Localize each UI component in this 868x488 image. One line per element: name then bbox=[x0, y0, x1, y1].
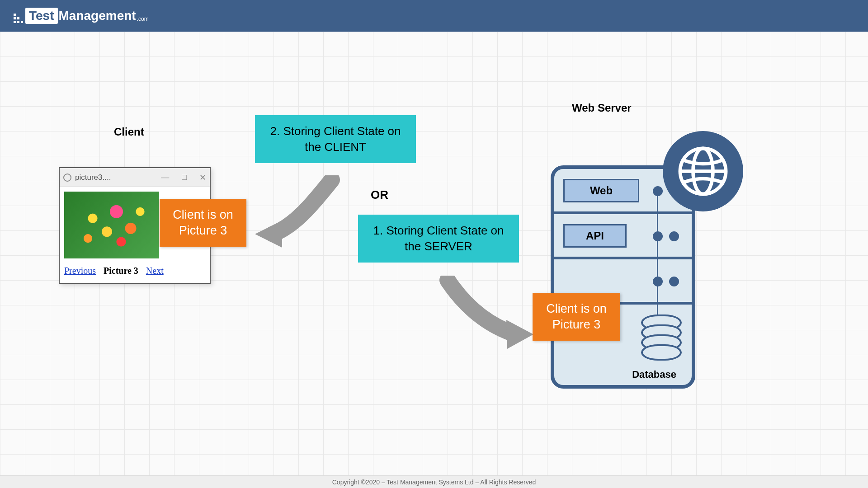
logo-test: Test bbox=[25, 8, 58, 24]
tab-title: picture3.... bbox=[75, 173, 111, 182]
server-stack: Web API Database bbox=[551, 145, 703, 389]
client-label: Client bbox=[114, 126, 144, 138]
store-on-server-callout: 1. Storing Client State on the SERVER bbox=[358, 215, 519, 263]
database-label: Database bbox=[632, 369, 676, 380]
close-icon[interactable]: ✕ bbox=[199, 173, 206, 183]
flower-image bbox=[64, 192, 159, 258]
svg-marker-0 bbox=[255, 221, 282, 248]
logo-mgmt: Management bbox=[59, 9, 136, 23]
logo-com: .com bbox=[137, 16, 149, 22]
browser-titlebar: picture3.... — □ ✕ bbox=[60, 168, 210, 187]
current-picture-label: Picture 3 bbox=[104, 266, 138, 276]
footer-copyright: Copyright ©2020 – Test Management System… bbox=[0, 475, 868, 488]
web-server-label: Web Server bbox=[572, 102, 632, 114]
previous-link[interactable]: Previous bbox=[64, 266, 96, 276]
header-bar: Test Management .com bbox=[0, 0, 868, 32]
brand-logo: Test Management .com bbox=[14, 8, 149, 24]
logo-dots-icon bbox=[14, 9, 24, 23]
globe-small-icon bbox=[63, 174, 71, 182]
client-state-box: Client is on Picture 3 bbox=[160, 199, 246, 247]
arrow-to-server-icon bbox=[439, 276, 547, 366]
web-module: Web bbox=[563, 179, 639, 202]
minimize-icon[interactable]: — bbox=[161, 173, 169, 183]
api-module: API bbox=[563, 224, 627, 248]
server-slot-api: API bbox=[554, 214, 692, 259]
arrow-to-client-icon bbox=[250, 175, 350, 266]
diagram-canvas: Client Web Server picture3.... — □ ✕ Pre… bbox=[0, 32, 868, 488]
image-nav-row: Previous Picture 3 Next bbox=[64, 266, 205, 276]
or-label: OR bbox=[371, 188, 388, 202]
server-state-box: Client is on Picture 3 bbox=[533, 293, 620, 341]
next-link[interactable]: Next bbox=[146, 266, 164, 276]
database-icon bbox=[641, 314, 682, 361]
store-on-client-callout: 2. Storing Client State on the CLIENT bbox=[255, 115, 416, 163]
browser-tab[interactable]: picture3.... bbox=[63, 173, 111, 182]
globe-icon bbox=[663, 131, 743, 211]
maximize-icon[interactable]: □ bbox=[182, 173, 187, 183]
svg-marker-1 bbox=[506, 320, 533, 349]
